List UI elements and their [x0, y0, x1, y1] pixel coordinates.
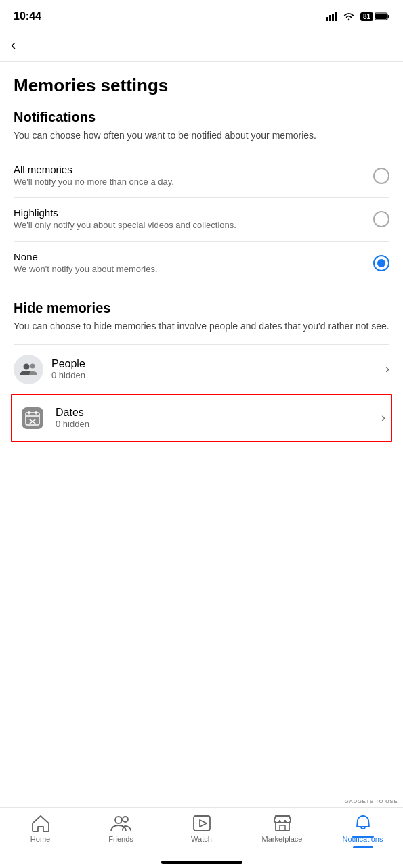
people-chevron: ›: [385, 362, 389, 376]
people-icon: [20, 362, 37, 377]
dates-label: Dates: [56, 407, 381, 419]
home-icon: [31, 815, 50, 832]
people-row[interactable]: People 0 hidden ›: [14, 344, 389, 394]
all-memories-sub: We'll notify you no more than once a day…: [14, 177, 174, 188]
watch-label: Watch: [191, 835, 212, 843]
watch-icon: [192, 815, 211, 832]
signal-icon: [326, 12, 339, 21]
home-indicator: [161, 861, 242, 864]
friends-label: Friends: [108, 835, 133, 843]
status-bar: 10:44 81: [0, 0, 403, 30]
none-sub: We won't notify you about memories.: [14, 264, 158, 275]
people-icon-container: [14, 355, 43, 384]
svg-point-8: [30, 363, 35, 368]
svg-point-16: [123, 817, 128, 822]
all-memories-option[interactable]: All memories We'll notify you no more th…: [14, 154, 389, 198]
nav-notifications[interactable]: Notifications: [322, 813, 403, 843]
svg-point-15: [115, 817, 122, 823]
all-memories-radio[interactable]: [373, 168, 389, 184]
nav-watch[interactable]: Watch: [161, 813, 242, 843]
battery-level: 81: [360, 12, 373, 21]
svg-point-7: [24, 363, 30, 369]
highlights-label: Highlights: [14, 207, 236, 219]
dates-row[interactable]: Dates 0 hidden ›: [11, 394, 392, 442]
battery-container: 81: [359, 12, 389, 21]
svg-rect-3: [335, 12, 337, 21]
highlights-option[interactable]: Highlights We'll only notify you about s…: [14, 197, 389, 241]
battery-icon: [375, 12, 389, 20]
active-indicator: [352, 836, 374, 838]
none-option[interactable]: None We won't notify you about memories.: [14, 241, 389, 285]
bottom-nav: Home Friends Watch Marketplace: [0, 807, 403, 868]
svg-rect-5: [375, 14, 387, 19]
svg-rect-20: [280, 825, 285, 831]
svg-rect-9: [26, 413, 39, 425]
svg-rect-2: [332, 14, 334, 21]
notifications-section: Notifications You can choose how often y…: [14, 110, 389, 285]
people-label: People: [51, 358, 385, 370]
highlights-sub: We'll only notify you about special vide…: [14, 220, 236, 231]
home-label: Home: [30, 835, 50, 843]
dates-hidden-count: 0 hidden: [56, 419, 381, 429]
svg-rect-19: [276, 823, 289, 831]
notifications-icon: [354, 815, 373, 832]
none-radio[interactable]: [373, 255, 389, 271]
dates-chevron: ›: [381, 411, 385, 425]
nav-home[interactable]: Home: [0, 813, 81, 843]
calendar-x-icon: [25, 411, 40, 426]
nav-friends[interactable]: Friends: [81, 813, 161, 843]
watermark: GADGETS TO USE: [345, 798, 398, 804]
hide-memories-title: Hide memories: [14, 300, 389, 316]
hide-memories-section: Hide memories You can choose to hide mem…: [14, 300, 389, 442]
notifications-title: Notifications: [14, 110, 389, 125]
status-time: 10:44: [14, 10, 41, 22]
highlights-radio[interactable]: [373, 211, 389, 227]
notifications-desc: You can choose how often you want to be …: [14, 129, 389, 143]
back-bar: ‹: [0, 30, 403, 62]
marketplace-icon: [273, 815, 292, 832]
dates-icon: [22, 407, 43, 429]
svg-rect-1: [329, 15, 331, 21]
nav-marketplace[interactable]: Marketplace: [242, 813, 322, 843]
friends-icon: [110, 815, 132, 832]
back-button[interactable]: ‹: [11, 37, 16, 54]
wifi-icon: [343, 12, 355, 21]
svg-marker-18: [200, 820, 207, 827]
svg-rect-6: [388, 15, 389, 18]
svg-rect-0: [326, 17, 328, 21]
all-memories-label: All memories: [14, 164, 174, 175]
hide-memories-desc: You can choose to hide memories that inv…: [14, 320, 389, 334]
main-content: Memories settings Notifications You can …: [0, 62, 403, 442]
people-hidden-count: 0 hidden: [51, 370, 385, 380]
dates-icon-container: [18, 403, 47, 433]
marketplace-label: Marketplace: [262, 835, 303, 843]
status-icons: 81: [326, 12, 389, 21]
none-label: None: [14, 251, 158, 262]
page-title: Memories settings: [14, 75, 389, 96]
svg-rect-17: [194, 816, 210, 831]
